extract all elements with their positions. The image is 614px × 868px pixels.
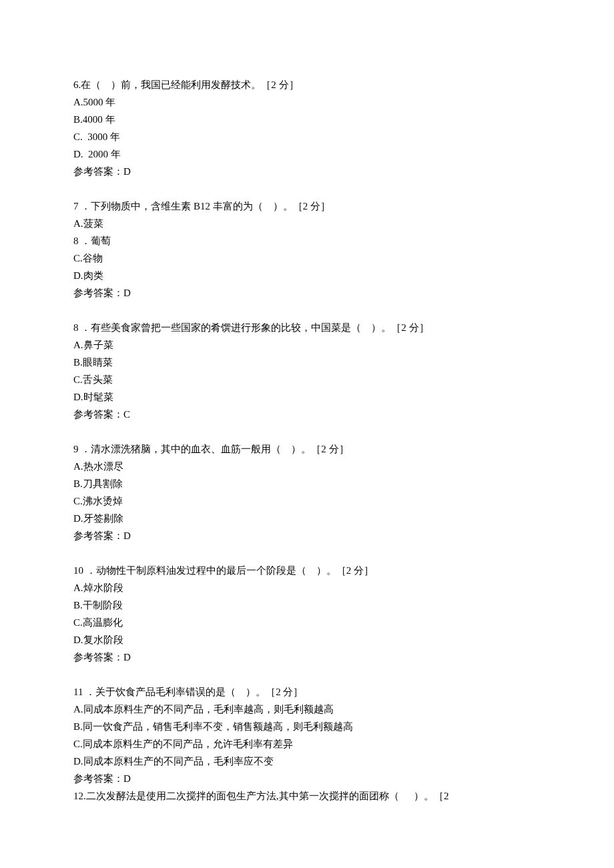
question-option: D.肉类 [73, 267, 541, 284]
question-option: D. 2000 年 [73, 145, 541, 163]
question-stem: 10 ．动物性干制原料油发过程中的最后一个阶段是（ ）。［2 分］ [73, 562, 541, 579]
question-option: D.复水阶段 [73, 631, 541, 648]
question-stem: 11 ．关于饮食产品毛利率错误的是（ ）。［2 分］ [73, 683, 541, 701]
question-option: D.同成本原料生产的不同产品，毛利率应不变 [73, 753, 541, 770]
question-block-10: 10 ．动物性干制原料油发过程中的最后一个阶段是（ ）。［2 分］ A.焯水阶段… [73, 562, 541, 666]
question-option: C. 3000 年 [73, 128, 541, 145]
question-option: D.牙签剔除 [73, 510, 541, 527]
question-option: C.同成本原料生产的不同产品，允许毛利率有差异 [73, 735, 541, 753]
question-option: B.刀具割除 [73, 475, 541, 492]
question-stem: 9 ．清水漂洗猪脑，其中的血衣、血筋一般用（ ）。［2 分］ [73, 440, 541, 458]
question-answer: 参考答案：D [73, 284, 541, 302]
question-block-8: 8 ．有些美食家曾把一些国家的肴馔进行形象的比较，中国菜是（ ）。［2 分］ A… [73, 319, 541, 423]
question-option: B.眼睛菜 [73, 354, 541, 371]
question-option: C.谷物 [73, 250, 541, 267]
question-option: C.高温膨化 [73, 614, 541, 631]
question-option: A.5000 年 [73, 93, 541, 111]
question-answer: 参考答案：D [73, 527, 541, 544]
question-block-7: 7 ．下列物质中，含维生素 B12 丰富的为（ ）。［2 分］ A.菠菜 8 ．… [73, 197, 541, 302]
question-option: B.干制阶段 [73, 596, 541, 614]
question-option: C.舌头菜 [73, 371, 541, 388]
question-option: B.同一饮食产品，销售毛利率不变，销售额越高，则毛利额越高 [73, 718, 541, 735]
question-option: A.焯水阶段 [73, 579, 541, 596]
question-stem: 7 ．下列物质中，含维生素 B12 丰富的为（ ）。［2 分］ [73, 197, 541, 215]
question-option: A.同成本原料生产的不同产品，毛利率越高，则毛利额越高 [73, 701, 541, 718]
question-stem: 6.在（ ）前，我国已经能利用发酵技术。［2 分］ [73, 76, 541, 93]
question-stem-partial: 12.二次发酵法是使用二次搅拌的面包生产方法,其中第一次搅拌的面团称（ ）。［2 [73, 787, 541, 805]
question-block-6: 6.在（ ）前，我国已经能利用发酵技术。［2 分］ A.5000 年 B.400… [73, 76, 541, 180]
document-page: 6.在（ ）前，我国已经能利用发酵技术。［2 分］ A.5000 年 B.400… [0, 0, 614, 868]
question-option: A.菠菜 [73, 215, 541, 232]
question-answer: 参考答案：D [73, 163, 541, 180]
question-option: B.4000 年 [73, 111, 541, 128]
question-block-11: 11 ．关于饮食产品毛利率错误的是（ ）。［2 分］ A.同成本原料生产的不同产… [73, 683, 541, 805]
question-answer: 参考答案：D [73, 770, 541, 787]
question-option: C.沸水烫焯 [73, 492, 541, 510]
question-option: D.时髦菜 [73, 388, 541, 406]
question-option: 8 ．葡萄 [73, 232, 541, 250]
question-answer: 参考答案：D [73, 648, 541, 666]
question-answer: 参考答案：C [73, 406, 541, 423]
question-option: A.鼻子菜 [73, 336, 541, 354]
question-stem: 8 ．有些美食家曾把一些国家的肴馔进行形象的比较，中国菜是（ ）。［2 分］ [73, 319, 541, 336]
question-block-9: 9 ．清水漂洗猪脑，其中的血衣、血筋一般用（ ）。［2 分］ A.热水漂尽 B.… [73, 440, 541, 544]
question-option: A.热水漂尽 [73, 458, 541, 475]
